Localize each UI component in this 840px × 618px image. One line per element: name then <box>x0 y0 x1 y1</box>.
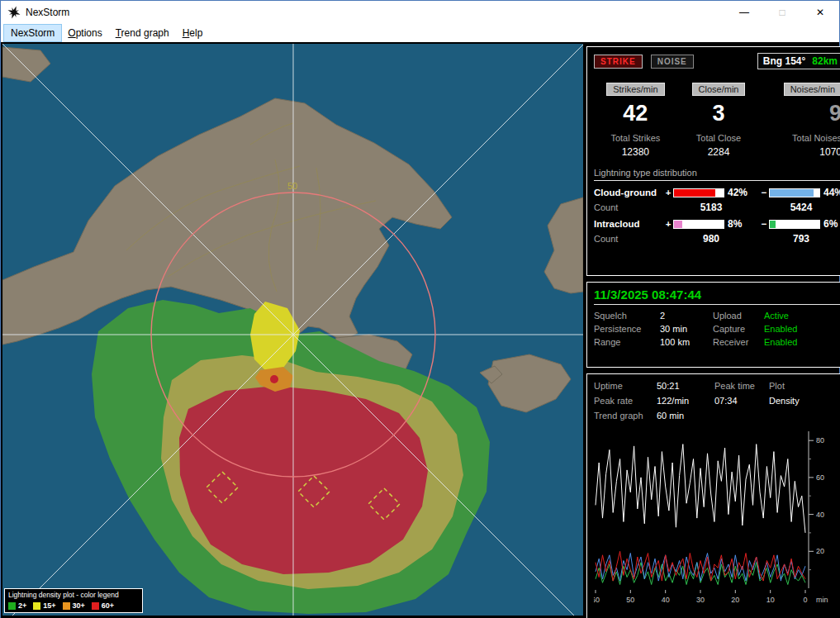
ic-positive-bar <box>673 220 724 229</box>
bearing-value: Bng 154° <box>763 55 805 67</box>
lightning-map: 50 <box>2 44 583 616</box>
svg-text:80: 80 <box>816 436 824 444</box>
map-area[interactable]: 50 Lightning density plot - color legend… <box>2 44 583 616</box>
receiver-status: Enabled <box>764 337 840 347</box>
legend-swatch-orange <box>63 602 70 610</box>
plus-sign: + <box>663 188 673 197</box>
peak-time-label: Peak time <box>714 381 769 391</box>
counter-column-close: Close/min 3 Total Close 2284 <box>677 83 761 158</box>
strikes-per-min-value: 42 <box>623 101 648 126</box>
cg-negative-count: 5424 <box>759 202 840 213</box>
bearing-display: Bng 154° 82km <box>757 53 840 69</box>
density-legend: Lightning density plot - color legend 2+… <box>4 588 143 613</box>
session-panel: 11/3/2025 08:47:44 Squelch 2 Upload Acti… <box>586 282 840 368</box>
legend-item: 30+ <box>63 601 85 610</box>
minus-sign: − <box>759 219 769 229</box>
main-content: 50 Lightning density plot - color legend… <box>1 42 839 618</box>
intracloud-row: Intracloud + 8% − 6% <box>594 218 840 230</box>
legend-item: 60+ <box>92 601 114 610</box>
strike-indicator: STRIKE <box>594 55 643 69</box>
upload-label: Upload <box>713 311 764 321</box>
nexstorm-window: NexStorm — □ ✕ NexStorm Options Trend gr… <box>0 0 840 618</box>
peak-rate-label: Peak rate <box>594 396 657 406</box>
uptime-value: 50:21 <box>657 381 714 391</box>
menubar: NexStorm Options Trend graph Help <box>1 24 839 42</box>
total-close-value: 2284 <box>708 146 730 158</box>
maximize-button[interactable]: □ <box>763 1 801 24</box>
receiver-label: Receiver <box>713 337 764 347</box>
total-noises-label: Total Noises <box>792 133 840 143</box>
total-noises-value: 1070 <box>819 146 840 158</box>
ic-positive-pct: 8% <box>724 218 759 230</box>
window-title: NexStorm <box>26 7 69 18</box>
minimize-button[interactable]: — <box>725 1 763 24</box>
svg-text:40: 40 <box>662 596 670 604</box>
svg-text:30: 30 <box>696 596 705 604</box>
legend-item: 2+ <box>8 601 26 610</box>
divider <box>594 304 840 305</box>
ic-negative-count: 793 <box>759 233 840 245</box>
plus-sign: + <box>663 219 673 229</box>
plot-mode-value: Density <box>769 396 840 406</box>
menu-item-nexstorm[interactable]: NexStorm <box>4 25 61 41</box>
density-spot-red <box>270 375 278 383</box>
svg-text:60: 60 <box>594 596 600 604</box>
ic-negative-bar <box>769 220 820 229</box>
menu-item-trend-graph[interactable]: Trend graph <box>109 25 176 41</box>
squelch-label: Squelch <box>594 311 660 321</box>
trend-window-value: 60 min <box>657 411 714 421</box>
strikes-per-min-header: Strikes/min <box>606 83 664 96</box>
divider <box>594 180 840 181</box>
counter-column-noises: Noises/min 9 Total Noises 1070 <box>760 83 840 158</box>
svg-text:20: 20 <box>731 596 739 604</box>
legend-swatch-green <box>8 602 16 610</box>
density-overlay-red <box>179 386 428 574</box>
menu-item-help[interactable]: Help <box>176 25 210 41</box>
ic-positive-count: 980 <box>663 233 759 245</box>
noises-per-min-header: Noises/min <box>784 83 840 96</box>
total-close-label: Total Close <box>696 133 741 143</box>
cg-negative-pct: 44% <box>820 187 840 198</box>
ic-negative-pct: 6% <box>820 218 840 230</box>
counter-column-strikes: Strikes/min 42 Total Strikes 12380 <box>594 83 677 158</box>
minus-sign: − <box>759 188 769 197</box>
cg-positive-bar <box>673 188 724 197</box>
total-strikes-value: 12380 <box>622 146 649 158</box>
cg-positive-pct: 42% <box>724 187 759 198</box>
total-strikes-label: Total Strikes <box>610 133 660 143</box>
persistence-label: Persistence <box>594 324 660 334</box>
svg-text:min: min <box>816 596 828 604</box>
noise-indicator: NOISE <box>651 55 694 69</box>
peak-rate-value: 122/min <box>657 396 714 406</box>
cloud-ground-row: Cloud-ground + 42% − 44% <box>594 187 840 198</box>
squelch-value: 2 <box>660 311 713 321</box>
range-value: 100 km <box>660 337 713 347</box>
plot-label: Plot <box>769 381 840 391</box>
svg-text:60: 60 <box>816 473 824 482</box>
legend-swatch-yellow <box>33 602 40 610</box>
datetime-display: 11/3/2025 08:47:44 <box>594 288 840 302</box>
cg-negative-bar <box>769 188 820 197</box>
legend-item: 15+ <box>33 601 55 610</box>
trend-graph-chart: 204060806050403020100min <box>594 427 840 617</box>
close-per-min-value: 3 <box>712 101 724 126</box>
strike-counters-panel: STRIKE NOISE Bng 154° 82km Strikes/min 4… <box>586 46 840 276</box>
svg-text:50: 50 <box>626 596 634 604</box>
density-legend-title: Lightning density plot - color legend <box>8 591 139 599</box>
svg-text:40: 40 <box>816 511 824 519</box>
noises-per-min-value: 9 <box>829 101 840 126</box>
close-button[interactable]: ✕ <box>801 1 839 24</box>
range-label: Range <box>594 337 660 347</box>
trend-graph-label: Trend graph <box>594 411 657 421</box>
distribution-title: Lightning type distribution <box>594 168 840 178</box>
titlebar[interactable]: NexStorm — □ ✕ <box>1 1 839 24</box>
uptime-label: Uptime <box>594 381 657 391</box>
menu-item-options[interactable]: Options <box>61 25 108 41</box>
distance-value: 82km <box>812 55 838 67</box>
nexstorm-logo-icon <box>7 6 21 19</box>
intracloud-count-row: Count 980 793 <box>594 233 840 245</box>
cg-positive-count: 5183 <box>663 202 759 213</box>
cloud-ground-count-row: Count 5183 5424 <box>594 202 840 213</box>
trend-panel: Uptime 50:21 Peak time Plot Peak rate 12… <box>586 373 840 618</box>
svg-text:0: 0 <box>803 596 807 604</box>
